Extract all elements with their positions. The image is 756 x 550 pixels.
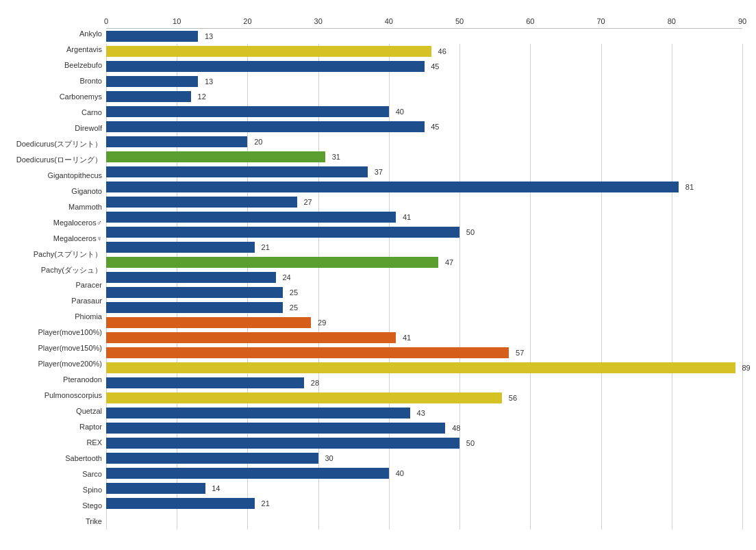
bar-row: 41 <box>106 210 742 225</box>
bar-row: 81 <box>106 179 742 195</box>
bar-row: 40 <box>106 104 742 119</box>
x-axis: 0102030405060708090 <box>106 14 742 29</box>
bar-value: 40 <box>396 469 404 477</box>
y-label: Player(move200%) <box>0 357 102 372</box>
bar-value: 46 <box>438 47 446 55</box>
bar: 30 <box>106 453 318 464</box>
bar-row: 50 <box>106 436 742 451</box>
bar: 46 <box>106 46 431 57</box>
y-label: Spino <box>0 483 102 498</box>
bar-value: 41 <box>403 213 411 221</box>
y-label: Paracer <box>0 278 102 293</box>
bar-row: 43 <box>106 405 742 421</box>
bar-value: 24 <box>282 273 290 282</box>
bar: 29 <box>106 317 311 328</box>
chart-container: AnkyloArgentavisBeelzebufoBrontoCarbonem… <box>0 0 756 550</box>
y-label: Parasaur <box>0 294 102 309</box>
bars-rows: 1346451312404520313781274150214724252529… <box>106 29 742 518</box>
y-label: Bronto <box>0 73 102 88</box>
x-tick: 50 <box>455 17 464 25</box>
y-label: Direwolf <box>0 121 102 136</box>
bar-row: 40 <box>106 466 742 481</box>
bar-row: 57 <box>106 345 742 360</box>
x-tick: 30 <box>314 17 323 25</box>
bar-row: 45 <box>106 59 742 74</box>
bar-value: 48 <box>452 424 460 432</box>
x-tick: 10 <box>173 17 181 25</box>
y-label: Pachy(スプリント） <box>0 247 102 262</box>
bar-value: 25 <box>290 303 298 312</box>
y-label: Sarco <box>0 467 102 482</box>
bar-row: 31 <box>106 149 742 164</box>
bar-value: 12 <box>198 92 206 101</box>
bar-row: 27 <box>106 195 742 210</box>
bar: 25 <box>106 287 283 298</box>
bar-value: 56 <box>509 394 517 402</box>
bar: 40 <box>106 468 389 479</box>
bar-value: 20 <box>254 138 262 146</box>
y-label: Gigantopithecus <box>0 168 102 183</box>
bar: 14 <box>106 483 205 494</box>
bar: 21 <box>106 242 255 253</box>
bar-value: 43 <box>417 409 425 417</box>
bar: 13 <box>106 76 198 87</box>
y-label: Doedicurus(スプリント） <box>0 136 102 151</box>
bar: 28 <box>106 377 304 388</box>
y-label: Beelzebufo <box>0 58 102 73</box>
x-tick: 0 <box>104 17 108 25</box>
x-gridline <box>742 44 743 529</box>
bar-value: 45 <box>431 62 439 71</box>
bar-row: 24 <box>106 270 742 285</box>
x-tick: 80 <box>668 17 676 25</box>
bar: 24 <box>106 272 276 283</box>
bar: 12 <box>106 91 191 102</box>
y-label: Giganoto <box>0 184 102 199</box>
bar: 43 <box>106 408 410 418</box>
y-label: Argentavis <box>0 42 102 57</box>
bar: 40 <box>106 106 389 117</box>
bar-value: 21 <box>262 499 270 508</box>
bar-value: 50 <box>466 228 475 236</box>
bar-row: 48 <box>106 421 742 436</box>
bar-row: 41 <box>106 330 742 345</box>
bar-row: 28 <box>106 375 742 390</box>
bar: 89 <box>106 362 735 373</box>
y-label: Trike <box>0 514 102 529</box>
bar-value: 13 <box>205 32 213 40</box>
bar-row: 56 <box>106 390 742 405</box>
bar-row: 12 <box>106 89 742 104</box>
bar-value: 57 <box>516 349 524 357</box>
bar-value: 14 <box>212 484 220 492</box>
y-label: Pteranodon <box>0 373 102 388</box>
bar-row: 20 <box>106 134 742 149</box>
y-label: Carno <box>0 105 102 120</box>
bar-value: 40 <box>396 108 404 116</box>
bar-value: 89 <box>742 364 750 372</box>
bar: 27 <box>106 197 297 208</box>
bar-value: 31 <box>332 153 340 161</box>
bar: 41 <box>106 332 396 343</box>
y-label: Megaloceros♂ <box>0 215 102 230</box>
bar: 37 <box>106 166 368 177</box>
bar: 41 <box>106 212 396 223</box>
bar-row: 89 <box>106 360 742 375</box>
bar: 50 <box>106 438 459 449</box>
bar-value: 47 <box>445 258 453 266</box>
bar-row: 25 <box>106 300 742 315</box>
x-tick: 70 <box>596 17 605 25</box>
bar: 81 <box>106 182 679 192</box>
y-label: Carbonemys <box>0 89 102 104</box>
y-label: REX <box>0 436 102 451</box>
bar-row: 45 <box>106 119 742 134</box>
y-label: Doedicurus(ローリング） <box>0 152 102 167</box>
bar-row: 25 <box>106 285 742 300</box>
y-label: Megaloceros♀ <box>0 231 102 246</box>
bar-value: 25 <box>290 288 298 297</box>
x-tick: 40 <box>385 17 393 25</box>
x-tick: 90 <box>738 17 746 25</box>
bar: 48 <box>106 423 445 434</box>
bar: 13 <box>106 31 198 42</box>
bar: 20 <box>106 136 247 147</box>
bar-row: 46 <box>106 44 742 59</box>
bar: 25 <box>106 302 283 313</box>
